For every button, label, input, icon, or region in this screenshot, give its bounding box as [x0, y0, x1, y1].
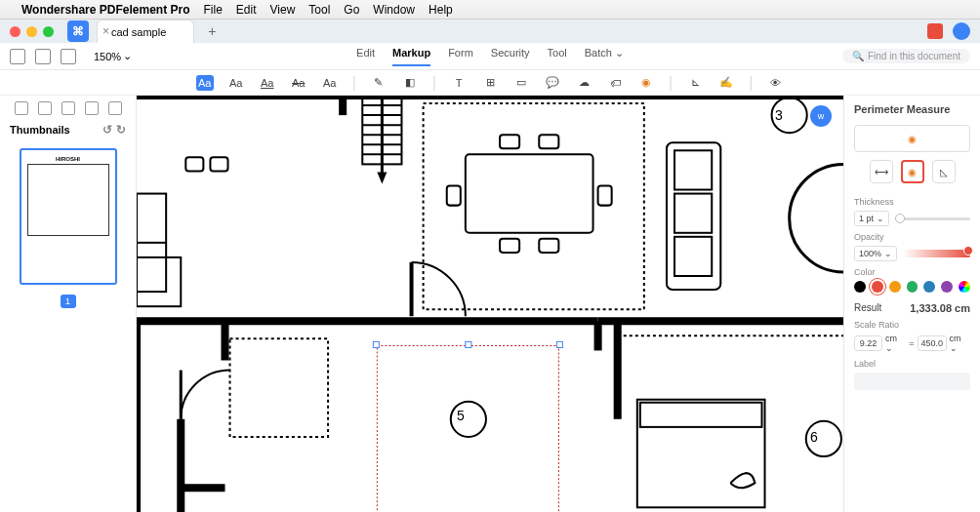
- maximize-window[interactable]: [43, 26, 54, 37]
- wondershare-badge-icon[interactable]: w: [810, 105, 832, 127]
- svg-rect-0: [137, 96, 843, 512]
- menu-tool[interactable]: Tool: [308, 3, 330, 17]
- menu-edit[interactable]: Edit: [236, 3, 257, 17]
- close-window[interactable]: [10, 26, 20, 37]
- tab-markup[interactable]: Markup: [392, 47, 430, 66]
- scale-to-unit[interactable]: cm ⌄: [950, 334, 970, 353]
- attachments-icon[interactable]: [108, 101, 122, 115]
- text-tool-strikethrough[interactable]: Aa: [290, 75, 307, 91]
- left-panel: Thumbnails ↺ ↻ HIROSHI 1: [0, 96, 137, 512]
- search-placeholder: Find in this document: [868, 51, 960, 61]
- color-swatches: [854, 281, 970, 293]
- opacity-select[interactable]: 100%⌄: [854, 246, 897, 261]
- menu-go[interactable]: Go: [344, 3, 359, 17]
- color-label: Color: [854, 267, 970, 277]
- account-avatar[interactable]: [953, 22, 970, 40]
- view-list-icon[interactable]: [61, 49, 76, 64]
- thumbnails-icon[interactable]: [15, 101, 28, 115]
- comment-tool-icon[interactable]: 💬: [544, 75, 561, 91]
- search-icon: 🔍: [852, 51, 864, 61]
- new-tab-button[interactable]: +: [202, 23, 222, 39]
- minimize-window[interactable]: [26, 26, 37, 37]
- node-label-3: 3: [775, 107, 783, 123]
- tag-tool-icon[interactable]: 🏷: [606, 75, 624, 91]
- node-label-6: 6: [810, 429, 818, 445]
- document-canvas[interactable]: 3 5 6: [137, 96, 843, 512]
- view-grid-icon[interactable]: [35, 49, 51, 64]
- text-tool-caret[interactable]: Aa: [321, 75, 339, 91]
- textbox-tool-icon[interactable]: T: [450, 75, 468, 91]
- zoom-level[interactable]: 150% ⌄: [94, 50, 132, 62]
- label-input[interactable]: [854, 373, 970, 390]
- tab-tool[interactable]: Tool: [548, 47, 567, 66]
- note-tool-icon[interactable]: ▭: [512, 75, 530, 91]
- close-tab-icon[interactable]: ×: [100, 24, 112, 38]
- text-tool-underline[interactable]: Aa: [259, 75, 276, 91]
- text-tool-1[interactable]: Aa: [227, 75, 245, 91]
- bookmarks-icon[interactable]: [38, 101, 52, 115]
- measure-preview: ◉: [854, 125, 970, 152]
- app-name[interactable]: Wondershare PDFelement Pro: [21, 3, 190, 17]
- highlight-text-tool[interactable]: Aa: [196, 75, 214, 91]
- opacity-slider[interactable]: [903, 250, 970, 257]
- titlebar: ⌘ × cad sample +: [0, 20, 980, 43]
- swatch-red[interactable]: [872, 281, 883, 293]
- scale-to-input[interactable]: 450.0: [918, 335, 947, 351]
- menu-window[interactable]: Window: [373, 3, 415, 17]
- scale-ratio-label: Scale Ratio: [854, 320, 970, 330]
- mac-menubar: Wondershare PDFelement Pro File Edit Vie…: [0, 0, 980, 20]
- scale-from-unit[interactable]: cm ⌄: [885, 334, 906, 353]
- rotate-left-icon[interactable]: ↺: [102, 123, 112, 137]
- cloud-tool-icon[interactable]: ☁: [575, 75, 592, 91]
- search-input[interactable]: 🔍 Find in this document: [842, 49, 970, 63]
- tab-form[interactable]: Form: [448, 47, 473, 66]
- stamp-tool-icon[interactable]: ⊾: [686, 75, 704, 91]
- swatch-green[interactable]: [907, 281, 919, 293]
- tab-edit[interactable]: Edit: [356, 47, 375, 66]
- swatch-black[interactable]: [854, 281, 866, 293]
- outline-icon[interactable]: [61, 101, 75, 115]
- distance-measure-tool[interactable]: ⟷: [870, 160, 893, 183]
- eye-tool-icon[interactable]: 👁: [766, 75, 784, 91]
- node-label-5: 5: [457, 408, 465, 423]
- tab-batch[interactable]: Batch ⌄: [585, 47, 624, 66]
- thickness-select[interactable]: 1 pt⌄: [854, 211, 889, 226]
- measure-tool-icon[interactable]: ◉: [637, 75, 655, 91]
- menu-view[interactable]: View: [270, 3, 296, 17]
- pencil-tool-icon[interactable]: ✎: [370, 75, 388, 91]
- menu-file[interactable]: File: [204, 3, 223, 17]
- signature-tool-icon[interactable]: ✍: [717, 75, 735, 91]
- rotate-right-icon[interactable]: ↻: [116, 123, 126, 137]
- window-controls: [10, 26, 54, 37]
- result-label: Result: [854, 302, 881, 314]
- menu-help[interactable]: Help: [429, 3, 453, 17]
- document-tab[interactable]: × cad sample: [97, 20, 194, 43]
- properties-panel: Perimeter Measure ◉ ⟷ ◉ ◺ Thickness 1 pt…: [843, 96, 980, 512]
- toolbar: 150% ⌄ Edit Markup Form Security Tool Ba…: [0, 43, 980, 70]
- app-logo-icon: ⌘: [67, 20, 89, 42]
- tab-security[interactable]: Security: [491, 47, 530, 66]
- scale-equals: =: [909, 338, 914, 348]
- eraser-tool-icon[interactable]: ◧: [401, 75, 419, 91]
- store-icon[interactable]: [927, 23, 943, 39]
- layers-icon[interactable]: [85, 101, 99, 115]
- chevron-down-icon: ⌄: [123, 50, 132, 62]
- perimeter-measure-tool[interactable]: ◉: [901, 160, 924, 183]
- area-measure-tool[interactable]: ◺: [932, 160, 956, 183]
- thumbnail-page-1[interactable]: HIROSHI: [20, 148, 117, 285]
- markup-tool-row: Aa Aa Aa Aa Aa | ✎ ◧ | T ⊞ ▭ 💬 ☁ 🏷 ◉ | ⊾…: [0, 70, 980, 96]
- color-picker-icon[interactable]: [959, 281, 970, 293]
- swatch-orange[interactable]: [889, 281, 901, 293]
- thickness-label: Thickness: [854, 197, 970, 207]
- svg-rect-43: [556, 341, 562, 347]
- svg-rect-42: [373, 341, 379, 347]
- thumbnail-plan-title: HIROSHI: [27, 156, 109, 162]
- swatch-blue[interactable]: [923, 281, 935, 293]
- thumbnails-title: Thumbnails: [10, 124, 70, 136]
- tab-title: cad sample: [111, 26, 166, 38]
- callout-tool-icon[interactable]: ⊞: [481, 75, 499, 91]
- sidebar-toggle-icon[interactable]: [10, 49, 25, 64]
- swatch-purple[interactable]: [941, 281, 953, 293]
- scale-from-input[interactable]: 9.22: [854, 335, 882, 351]
- thickness-slider[interactable]: [895, 217, 970, 220]
